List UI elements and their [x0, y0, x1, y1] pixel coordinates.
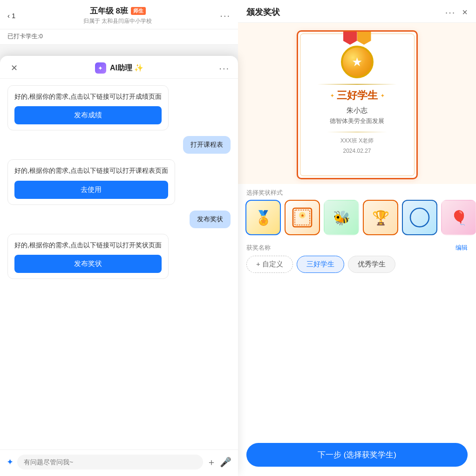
award-names-label: 获奖名称 — [246, 244, 271, 252]
back-icon: ‹ — [7, 12, 10, 20]
back-button[interactable]: ‹ 1 — [7, 12, 15, 20]
use-schedule-button[interactable]: 去使用 — [14, 181, 168, 199]
next-btn-wrap: 下一步 (选择获奖学生) — [238, 437, 476, 476]
cert-medal-circle: ★ — [341, 46, 374, 78]
right-header: 颁发奖状 ··· × — [238, 0, 476, 23]
publish-award-button[interactable]: 发布奖状 — [14, 255, 162, 273]
bot-text-3: 好的,根据你的需求,点击以下链接可以打开奖状页面 — [14, 240, 162, 250]
ai-title: AI助理 ✨ — [110, 63, 143, 73]
ai-logo-icon: ✦ — [95, 62, 106, 74]
ai-chat-area: 好的,根据你的需求,点击以下链接可以打开成绩页面 发布成绩 打开课程表 好的,根… — [0, 79, 238, 449]
style-item-6[interactable]: 🎈 — [441, 200, 476, 235]
cert-ribbon — [343, 32, 371, 45]
style-item-3[interactable]: 🐝 — [324, 200, 359, 235]
user-message-2: 发布奖状 — [190, 211, 231, 228]
ai-close-button[interactable]: ✕ — [8, 62, 20, 74]
style-grid: 🏅 ★ 🐝 🏆 🎈 ✏️ ⭐ 🎖️ 🌈 — [238, 200, 476, 240]
ribbon-left — [343, 32, 357, 45]
award-names-edit-button[interactable]: 编辑 — [456, 244, 468, 252]
bot-text-1: 好的,根据你的需求,点击以下链接可以打开成绩页面 — [14, 91, 162, 102]
cert-class-teacher: XXX班 X老师 — [340, 136, 374, 146]
bot-text-2: 好的,根据你的需求,点击以下链接可以打开课程表页面 — [14, 165, 168, 176]
svg-text:★: ★ — [300, 213, 305, 218]
award-names-section: 获奖名称 编辑 + 自定义 三好学生 优秀学生 — [238, 240, 476, 278]
cert-award-name: 三好学生 — [330, 88, 384, 102]
left-panel: ‹ 1 五年级 8班 师生 归属于 太和县闫庙中小学校 ··· 已打卡学生:0 … — [0, 0, 238, 476]
ai-input-bar: ✦ ＋ 🎤 — [0, 449, 238, 476]
style-item-5[interactable] — [402, 200, 437, 235]
ribbon-right — [357, 32, 371, 45]
style-item-2[interactable]: ★ — [285, 200, 320, 235]
magic-icon: ✦ — [7, 457, 14, 467]
back-count: 1 — [12, 12, 15, 20]
style-item-1[interactable]: 🏅 — [245, 200, 281, 235]
cert-star-icon: ★ — [352, 55, 362, 69]
right-close-button[interactable]: × — [462, 7, 468, 18]
certificate-preview: ★ 三好学生 朱小志 德智体美劳全面发展 XXX班 X老师 2024.02.27 — [238, 23, 476, 184]
cert-description: 德智体美劳全面发展 — [330, 117, 384, 125]
mic-icon[interactable]: 🎤 — [220, 456, 231, 468]
cert-divider-bottom — [327, 132, 387, 132]
class-subtitle: 归属于 太和县闫庙中小学校 — [15, 17, 220, 25]
class-header-center: 五年级 8班 师生 归属于 太和县闫庙中小学校 — [15, 6, 220, 25]
cert-medal: ★ — [336, 36, 378, 78]
custom-chip[interactable]: + 自定义 — [246, 256, 293, 273]
right-header-actions: ··· × — [445, 7, 468, 18]
bot-message-3: 好的,根据你的需求,点击以下链接可以打开奖状页面 发布奖状 — [7, 234, 169, 279]
header-more-button[interactable]: ··· — [220, 10, 231, 21]
ai-more-button[interactable]: ··· — [219, 63, 230, 74]
cert-divider-top — [317, 84, 397, 85]
award-chips: + 自定义 三好学生 优秀学生 — [246, 256, 468, 273]
youxiu-chip[interactable]: 优秀学生 — [348, 256, 395, 273]
class-title: 五年级 8班 师生 — [15, 6, 220, 16]
right-title: 颁发奖状 — [246, 7, 280, 18]
cert-date: 2024.02.27 — [340, 146, 374, 156]
style-section-label: 选择奖状样式 — [238, 184, 476, 200]
sanhao-chip[interactable]: 三好学生 — [297, 256, 344, 273]
ai-input-field[interactable] — [17, 455, 203, 469]
add-icon[interactable]: ＋ — [207, 456, 216, 469]
certificate-card: ★ 三好学生 朱小志 德智体美劳全面发展 XXX班 X老师 2024.02.27 — [297, 30, 418, 179]
bot-message-1: 好的,根据你的需求,点击以下链接可以打开成绩页面 发布成绩 — [7, 85, 169, 130]
next-step-button[interactable]: 下一步 (选择获奖学生) — [246, 443, 468, 467]
class-info-bar: 已打卡学生:0 — [0, 29, 238, 45]
ai-header: ✕ ✦ AI助理 ✨ ··· — [0, 56, 238, 79]
teacher-badge: 师生 — [131, 7, 146, 15]
right-more-button[interactable]: ··· — [445, 7, 456, 18]
svg-rect-4 — [410, 208, 429, 227]
bot-message-2: 好的,根据你的需求,点击以下链接可以打开课程表页面 去使用 — [7, 159, 175, 204]
right-panel: 颁发奖状 ··· × ★ 三好学生 朱小志 德智体美劳全面发展 — [238, 0, 476, 476]
class-header: ‹ 1 五年级 8班 师生 归属于 太和县闫庙中小学校 ··· — [0, 0, 238, 29]
ai-overlay: ✕ ✦ AI助理 ✨ ··· 好的,根据你的需求,点击以下链接可以打开成绩页面 … — [0, 56, 238, 476]
award-names-header: 获奖名称 编辑 — [246, 244, 468, 252]
publish-grades-button[interactable]: 发布成绩 — [14, 106, 162, 124]
user-message-1: 打开课程表 — [183, 136, 231, 154]
cert-student-name: 朱小志 — [347, 106, 367, 115]
ai-title-wrap: ✦ AI助理 ✨ — [95, 62, 143, 74]
cert-footer: XXX班 X老师 2024.02.27 — [340, 136, 374, 156]
style-item-4[interactable]: 🏆 — [363, 200, 398, 235]
